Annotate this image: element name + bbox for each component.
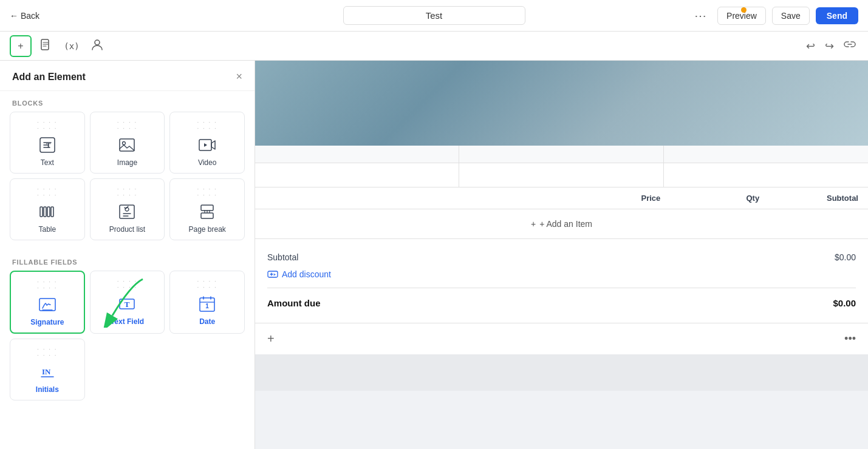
doc-td-2: [459, 163, 663, 187]
block-item-video[interactable]: · · · ·· · · · Video: [169, 112, 245, 174]
send-button[interactable]: Send: [816, 7, 858, 24]
link-button[interactable]: [841, 37, 858, 55]
drag-dots: · · · ·· · · ·: [175, 120, 239, 132]
doc-td-1: [255, 163, 459, 187]
subtotal-value: $0.00: [835, 252, 856, 262]
table-block-icon: [15, 202, 80, 221]
amount-due-row: Amount due $0.00: [267, 293, 856, 313]
top-bar-center: [343, 6, 525, 25]
doc-th-2: [459, 146, 663, 163]
document-button[interactable]: [35, 35, 57, 57]
svg-rect-7: [40, 207, 43, 217]
save-button[interactable]: Save: [772, 7, 810, 25]
drag-dots: · · · ·· · · ·: [16, 279, 79, 291]
text-block-icon: T: [15, 135, 80, 155]
text-block-label: Text: [15, 158, 80, 167]
amount-due-label: Amount due: [267, 298, 321, 308]
block-item-page-break[interactable]: · · · ·· · · · Page break: [169, 178, 245, 240]
video-block-label: Video: [175, 158, 239, 167]
svg-point-1: [95, 40, 100, 45]
fillable-grid: · · · ·· · · · Signature · · · ·· · · ·: [0, 271, 255, 410]
back-chevron-icon: ←: [10, 11, 18, 21]
add-item-button[interactable]: + + Add an Item: [531, 219, 592, 229]
drag-dots: · · · ·· · · ·: [175, 186, 239, 198]
block-item-image[interactable]: · · · ·· · · · Image: [90, 112, 165, 174]
drag-dots: · · · ·· · · ·: [95, 279, 160, 291]
product-col-name: [265, 194, 562, 203]
add-item-row: + + Add an Item: [255, 209, 868, 239]
block-item-table[interactable]: · · · ·· · · · Table: [10, 178, 85, 240]
main-layout: Add an Element × BLOCKS · · · ·· · · · T…: [0, 61, 868, 449]
date-fillable-label: Date: [175, 317, 239, 326]
block-item-product-list[interactable]: · · · ·· · · · Product list: [90, 178, 165, 240]
second-toolbar-left: + (x): [10, 35, 108, 57]
drag-dots: · · · ·· · · ·: [175, 279, 239, 291]
person-icon: [92, 39, 103, 53]
doc-td-3: [664, 163, 868, 187]
redo-button[interactable]: ↪: [822, 37, 836, 55]
text-field-fillable-label: Text Field: [95, 317, 160, 326]
add-item-label: + Add an Item: [539, 219, 592, 229]
svg-text:IN: IN: [42, 367, 51, 376]
more-options-button[interactable]: ⋯: [689, 6, 711, 25]
svg-rect-4: [120, 139, 134, 151]
close-panel-button[interactable]: ×: [236, 70, 242, 83]
doc-th-1: [255, 146, 459, 163]
blocks-grid: · · · ·· · · · T Text · · · ·· · · ·: [0, 112, 255, 250]
product-col-subtotal: Subtotal: [759, 194, 858, 203]
initials-fillable-icon: IN: [15, 362, 80, 382]
drag-dots: · · · ·· · · ·: [15, 120, 80, 132]
header-image-inner: [255, 61, 868, 146]
back-button[interactable]: ← Back: [10, 11, 39, 21]
add-element-panel: Add an Element × BLOCKS · · · ·· · · · T…: [0, 61, 255, 449]
plus-icon: +: [18, 41, 23, 52]
fillable-item-date[interactable]: · · · ·· · · · 1 Date: [169, 271, 245, 334]
undo-button[interactable]: ↩: [804, 37, 818, 55]
variable-button[interactable]: (x): [61, 35, 83, 57]
notification-dot: [741, 7, 747, 13]
extra-page-section: [255, 354, 868, 391]
product-col-qty: Qty: [660, 194, 759, 203]
add-page-button[interactable]: +: [267, 332, 275, 346]
top-bar: ← Back ⋯ Preview Save Send: [0, 0, 868, 32]
back-label: Back: [21, 11, 39, 21]
svg-rect-13: [201, 205, 213, 211]
document-icon: [41, 39, 52, 53]
svg-text:1: 1: [205, 303, 209, 309]
table-block-label: Table: [15, 225, 80, 234]
add-discount-label: Add discount: [282, 269, 331, 279]
drag-dots: · · · ·· · · ·: [15, 346, 80, 359]
document-title-input[interactable]: [343, 6, 525, 25]
add-element-button[interactable]: +: [10, 35, 32, 57]
signature-fillable-icon: [16, 295, 79, 314]
summary-section: Subtotal $0.00 Add discount Am: [255, 239, 868, 323]
product-col-price: Price: [562, 194, 661, 203]
document-canvas: Price Qty Subtotal + + Add an Item Subto…: [255, 61, 868, 449]
fillable-item-text-field[interactable]: · · · ·· · · · T Text Field: [90, 271, 165, 334]
drag-dots: · · · ·· · · ·: [15, 186, 80, 198]
doc-table-header: [255, 146, 868, 163]
image-block-label: Image: [95, 158, 160, 167]
top-bar-left: ← Back: [10, 11, 39, 21]
svg-text:T: T: [125, 300, 130, 309]
svg-rect-10: [51, 207, 53, 217]
svg-rect-9: [47, 207, 50, 217]
panel-title: Add an Element: [12, 72, 86, 83]
video-block-icon: [175, 135, 239, 155]
product-list-block-icon: [95, 202, 160, 221]
block-item-text[interactable]: · · · ·· · · · T Text: [10, 112, 85, 174]
svg-point-5: [123, 142, 126, 145]
subtotal-label: Subtotal: [267, 252, 298, 262]
second-toolbar-right: ↩ ↪: [804, 37, 858, 55]
doc-th-3: [664, 146, 868, 163]
image-block-icon: [95, 135, 160, 155]
fillable-item-signature[interactable]: · · · ·· · · · Signature: [10, 271, 85, 334]
signature-fillable-label: Signature: [16, 318, 79, 326]
canvas-more-options-button[interactable]: •••: [844, 333, 856, 345]
fillable-item-initials[interactable]: · · · ·· · · · IN Initials: [10, 339, 85, 400]
fillable-section-label: FILLABLE FIELDS: [0, 250, 255, 271]
date-fillable-icon: 1: [175, 294, 239, 314]
page-break-block-icon: [175, 202, 239, 221]
person-button[interactable]: [86, 35, 108, 57]
add-discount-button[interactable]: Add discount: [267, 269, 331, 279]
